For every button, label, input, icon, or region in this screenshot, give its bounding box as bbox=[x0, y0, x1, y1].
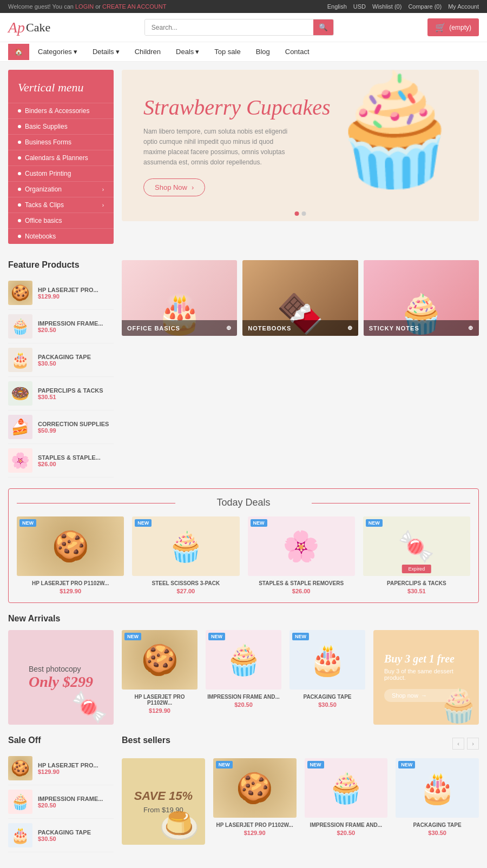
account-link[interactable]: My Account bbox=[448, 3, 479, 10]
sidebar-item-basic[interactable]: Basic Supplies bbox=[8, 118, 114, 134]
hero-title: Strawberry Cupcakes bbox=[143, 95, 331, 120]
arrival-product-image: NEW 🧁 bbox=[206, 630, 281, 690]
category-icon: ⊕ bbox=[226, 324, 232, 332]
hero-shop-now-button[interactable]: Shop Now › bbox=[143, 178, 205, 196]
new-badge: NEW bbox=[251, 519, 267, 527]
sidebar-item-business[interactable]: Business Forms bbox=[8, 134, 114, 150]
nav-item-contact[interactable]: Contact bbox=[279, 42, 316, 61]
category-name: NOTEBOOKS bbox=[248, 325, 291, 332]
compare-link[interactable]: Compare (0) bbox=[408, 3, 442, 10]
promo-box: 🍬 Best photocopy Only $299 bbox=[8, 630, 114, 725]
seller-product-price: $129.90 bbox=[213, 830, 297, 836]
sale-product-name: HP LASERJET PRO... bbox=[38, 762, 98, 768]
nav-item-blog[interactable]: Blog bbox=[249, 42, 277, 61]
seller-item: NEW 🍪 HP LASERJET PRO P1102W... $129.90 bbox=[213, 758, 297, 845]
sidebar-item-printing[interactable]: Custom Printing bbox=[8, 165, 114, 181]
currency-selector[interactable]: USD bbox=[353, 3, 366, 10]
new-badge: NEW bbox=[19, 519, 36, 527]
seller-promo-box: 🍮 SAVE 15% From $19.90 bbox=[122, 758, 205, 845]
deal-product-image: NEW 🍪 bbox=[17, 516, 124, 576]
deal-product-name: HP LASERJET PRO P1102W... bbox=[17, 580, 124, 586]
new-badge: NEW bbox=[307, 761, 324, 768]
welcome-message: Welcome guest! You can LOGIN or CREATE A… bbox=[8, 3, 166, 10]
nav-item-categories[interactable]: Categories ▾ bbox=[31, 42, 84, 61]
arrival-product-name: IMPRESSION FRAME AND... bbox=[206, 694, 281, 700]
arrival-product-image: NEW 🍪 bbox=[122, 630, 198, 690]
sidebar-item-office[interactable]: Office basics bbox=[8, 213, 114, 228]
deal-product-name: STAPLES & STAPLE REMOVERS bbox=[248, 580, 355, 586]
sidebar-item-tacks[interactable]: Tacks & Clips› bbox=[8, 197, 114, 213]
content-area: Feature Products 🍪 HP LASERJET PRO... $1… bbox=[0, 252, 487, 868]
sidebar-item-notebooks[interactable]: Notebooks bbox=[8, 228, 114, 244]
feature-item: 🍰 CORRECTION SUPPLIES $50.99 bbox=[8, 410, 114, 444]
new-badge: NEW bbox=[216, 761, 233, 768]
sidebar-dot bbox=[18, 172, 21, 175]
nav-home-button[interactable]: 🏠 bbox=[8, 44, 29, 60]
sale-product-image: 🧁 bbox=[8, 790, 32, 814]
wishlist-link[interactable]: Wishlist (0) bbox=[372, 3, 402, 10]
feature-product-image: 🍰 bbox=[8, 415, 32, 439]
feature-item: 🍪 HP LASERJET PRO... $129.90 bbox=[8, 276, 114, 310]
category-card-notebooks[interactable]: 🍫 NOTEBOOKS ⊕ bbox=[242, 260, 358, 336]
create-account-link[interactable]: CREATE AN ACCOUNT bbox=[102, 3, 166, 10]
feature-product-price: $30.51 bbox=[38, 394, 103, 400]
sale-product-info: PACKAGING TAPE $30.50 bbox=[38, 829, 91, 842]
feature-section-title: Feature Products bbox=[8, 260, 114, 270]
new-badge: NEW bbox=[208, 633, 225, 640]
new-badge: NEW bbox=[398, 761, 415, 768]
category-icon: ⊕ bbox=[347, 324, 353, 332]
sale-product-image: 🍪 bbox=[8, 756, 32, 780]
deal-product-price: $26.00 bbox=[248, 588, 355, 594]
feature-product-price: $20.50 bbox=[38, 327, 103, 333]
feature-product-name: PACKAGING TAPE bbox=[38, 354, 91, 360]
sidebar-item-binders[interactable]: Binders & Accessories bbox=[8, 103, 114, 118]
seller-item: NEW 🎂 PACKAGING TAPE $30.50 bbox=[396, 758, 479, 845]
feature-product-info: HP LASERJET PRO... $129.90 bbox=[38, 287, 98, 300]
hero-text: Strawberry Cupcakes Nam libero tempore, … bbox=[122, 78, 352, 213]
sale-off-section: Sale Off 🍪 HP LASERJET PRO... $129.90 🧁 … bbox=[8, 736, 114, 852]
arrivals-grid: 🍬 Best photocopy Only $299 NEW 🍪 HP LASE… bbox=[8, 630, 479, 725]
sidebar-item-organization[interactable]: Organization› bbox=[8, 181, 114, 197]
search-button[interactable]: 🔍 bbox=[313, 19, 333, 35]
arrival-product-image: NEW 🎂 bbox=[289, 630, 365, 690]
sidebar-dot bbox=[18, 125, 21, 128]
nav-item-children[interactable]: Children bbox=[128, 42, 167, 61]
nav-item-top-sale[interactable]: Top sale bbox=[208, 42, 247, 61]
logo[interactable]: Ap Cake bbox=[8, 19, 50, 36]
nav-item-deals[interactable]: Deals ▾ bbox=[169, 42, 206, 61]
feature-product-name: STAPLES & STAPLE... bbox=[38, 454, 101, 461]
prev-arrow[interactable]: ‹ bbox=[452, 738, 464, 750]
cart-icon: 🛒 bbox=[435, 22, 446, 32]
arrival-item: NEW 🎂 PACKAGING TAPE $30.50 bbox=[289, 630, 365, 714]
sale-off-title: Sale Off bbox=[8, 736, 114, 745]
sidebar: Vertical menu Binders & Accessories Basi… bbox=[8, 70, 114, 244]
arrival-item: NEW 🧁 IMPRESSION FRAME AND... $20.50 bbox=[206, 630, 281, 714]
cart-button[interactable]: 🛒 (empty) bbox=[427, 18, 479, 36]
login-link[interactable]: LOGIN bbox=[75, 3, 94, 10]
arrival-items: NEW 🍪 HP LASERJET PRO P1102W... $129.90 … bbox=[122, 630, 365, 714]
language-selector[interactable]: English bbox=[327, 3, 347, 10]
best-sellers-nav: ‹ › bbox=[452, 738, 479, 750]
navigation: 🏠 Categories ▾ Details ▾ Children Deals … bbox=[0, 42, 487, 62]
feature-product-info: IMPRESSION FRAME... $20.50 bbox=[38, 320, 103, 333]
today-deals-section: Today Deals NEW 🍪 HP LASERJET PRO P1102W… bbox=[8, 488, 479, 603]
deal-product-image: NEW 🍬 Expired bbox=[363, 516, 470, 576]
bottom-sections: Sale Off 🍪 HP LASERJET PRO... $129.90 🧁 … bbox=[8, 736, 479, 852]
category-card-sticky[interactable]: 🧁 STICKY NOTES ⊕ bbox=[364, 260, 479, 336]
cart-label: (empty) bbox=[449, 24, 471, 31]
feature-product-price: $30.50 bbox=[38, 360, 91, 367]
sidebar-dot bbox=[18, 156, 21, 160]
sale-product-name: PACKAGING TAPE bbox=[38, 829, 91, 836]
nav-item-details[interactable]: Details ▾ bbox=[86, 42, 126, 61]
search-input[interactable] bbox=[145, 20, 313, 35]
feature-product-name: HP LASERJET PRO... bbox=[38, 287, 98, 293]
arrival-product-name: PACKAGING TAPE bbox=[289, 694, 365, 700]
category-label: NOTEBOOKS ⊕ bbox=[242, 320, 358, 336]
deal-item: NEW 🍪 HP LASERJET PRO P1102W... $129.90 bbox=[17, 516, 124, 594]
category-card-office[interactable]: 🎂 OFFICE BASICS ⊕ bbox=[122, 260, 237, 336]
feature-product-image: 🎂 bbox=[8, 348, 32, 372]
sidebar-item-calendars[interactable]: Calendars & Planners bbox=[8, 150, 114, 165]
next-arrow[interactable]: › bbox=[467, 738, 479, 750]
deal-item: NEW 🍬 Expired PAPERCLIPS & TACKS $30.51 bbox=[363, 516, 470, 594]
deal-product-price: $30.51 bbox=[363, 588, 470, 594]
